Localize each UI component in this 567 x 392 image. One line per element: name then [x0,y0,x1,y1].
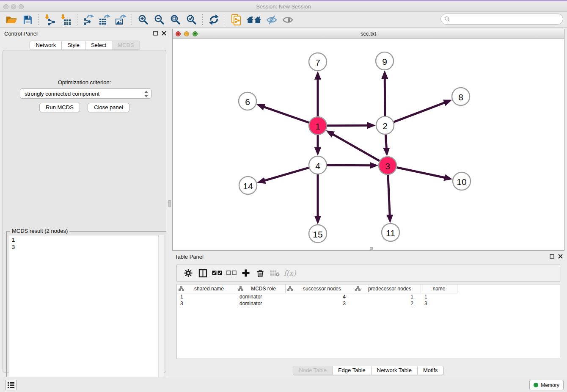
close-panel-button[interactable]: Close panel [88,103,129,112]
import-network-button[interactable] [43,14,57,26]
node-label-7: 7 [315,58,320,67]
column-header-label: successor nodes [293,286,351,292]
cell-predecessor-nodes[interactable]: 2 [353,300,421,307]
cell-MCDS-role[interactable]: dominator [236,300,286,307]
tab-network-table[interactable]: Network Table [372,366,418,375]
open-session-button[interactable] [5,14,18,26]
table-settings-button[interactable] [181,266,195,280]
column-header-MCDS-role[interactable]: MCDS role [236,284,286,293]
search-field[interactable] [440,14,563,25]
cell-name[interactable]: 1 [421,293,457,300]
panel-splitter[interactable] [168,29,171,375]
run-mcds-button[interactable]: Run MCDS [39,103,80,112]
cell-shared-name[interactable]: 3 [177,300,236,307]
edge-1-6[interactable] [259,105,309,123]
function-builder-button[interactable]: f(x) [282,266,296,280]
export-network-icon [83,14,94,25]
eye-icon [282,15,294,25]
delete-columns-button[interactable] [253,266,267,280]
memory-button[interactable]: Memory [529,380,564,390]
refresh-view-button[interactable] [207,14,220,26]
close-panel-icon[interactable] [162,31,166,36]
cell-MCDS-role[interactable]: dominator [236,293,286,300]
export-network-button[interactable] [82,14,95,26]
zoom-selected-button[interactable] [184,14,198,26]
tab-style[interactable]: Style [62,41,85,50]
search-input[interactable] [452,16,563,22]
deselect-all-button[interactable] [224,266,239,280]
edge-2-9[interactable] [385,73,385,116]
cell-shared-name[interactable]: 1 [177,293,236,300]
column-header-shared-name[interactable]: shared name [177,284,236,293]
tab-mcds[interactable]: MCDS [112,41,139,50]
result-line: 1 [12,236,161,243]
table-row[interactable]: 1dominator411 [177,293,560,300]
table-toolbar: f(x) [176,265,560,282]
add-column-button[interactable] [239,266,253,280]
result-line: 3 [12,243,161,251]
tab-edge-table[interactable]: Edge Table [333,366,372,375]
hide-selected-button[interactable] [265,14,278,26]
show-columns-button[interactable] [195,266,210,280]
edge-3-1[interactable] [328,132,380,161]
table-row[interactable]: 3dominator323 [177,300,560,307]
memory-status-dot [534,383,538,387]
edge-4-14[interactable] [259,168,309,182]
tab-motifs[interactable]: Motifs [418,366,443,375]
fx-icon: f(x) [284,269,296,277]
select-all-button[interactable] [210,266,224,280]
column-header-successor-nodes[interactable]: successor nodes [286,284,353,293]
zoom-fit-button[interactable] [168,14,182,26]
zoom-out-button[interactable] [152,14,166,26]
main-toolbar [0,12,567,28]
mcds-result-text[interactable]: 13 [9,235,164,389]
duplicate-network-button[interactable] [229,14,243,26]
application-window: Session: New Session [0,0,567,392]
node-label-6: 6 [245,97,250,107]
edge-1-2[interactable] [327,125,373,126]
cell-successor-nodes[interactable]: 4 [286,293,353,300]
column-header-predecessor-nodes[interactable]: predecessor nodes [353,284,421,293]
zoom-in-button[interactable] [136,14,150,26]
edge-2-3[interactable] [385,135,387,154]
export-table-button[interactable] [98,14,111,26]
home-pair-icon [246,15,261,25]
column-type-icon [238,286,243,291]
result-scrollbar[interactable] [158,235,164,389]
column-header-name[interactable]: name [421,284,457,293]
column-type-icon [179,286,184,291]
task-history-button[interactable] [5,380,17,390]
save-session-button[interactable] [21,14,34,26]
import-table-button[interactable] [59,14,73,26]
float-panel-icon[interactable] [550,254,554,259]
window-titlebar: Session: New Session [0,1,567,12]
tab-network[interactable]: Network [30,41,62,50]
tab-group: NetworkStyleSelectMCDS [30,41,140,50]
show-all-button[interactable] [281,14,295,26]
splitter-grip[interactable] [168,200,171,207]
edge-2-8[interactable] [394,101,450,122]
node-label-3: 3 [385,161,390,171]
first-neighbors-button[interactable] [245,14,262,26]
eye-slash-icon [266,15,278,25]
cell-predecessor-nodes[interactable]: 1 [353,293,421,300]
edge-3-10[interactable] [397,168,450,179]
network-canvas[interactable]: 7968124314101511 [173,39,564,250]
selected-option-label: strongly connected component [25,91,99,97]
float-panel-icon[interactable] [153,31,158,36]
edge-4-3[interactable] [327,165,376,166]
export-image-button[interactable] [114,14,127,26]
column-header-label: MCDS role [243,286,284,292]
tab-select[interactable]: Select [85,41,112,50]
tab-node-table[interactable]: Node Table [293,366,333,375]
optimization-criterion-select[interactable]: strongly connected component [20,88,151,99]
column-header-label: shared name [184,286,234,292]
frame-resize-grip[interactable] [370,247,373,250]
close-panel-icon[interactable] [558,254,563,259]
plus-icon [242,269,250,277]
edge-3-11[interactable] [388,175,390,221]
column-header-label: name [423,286,455,292]
delete-table-button[interactable] [267,266,282,280]
cell-successor-nodes[interactable]: 3 [286,300,353,307]
cell-name[interactable]: 3 [421,300,457,307]
